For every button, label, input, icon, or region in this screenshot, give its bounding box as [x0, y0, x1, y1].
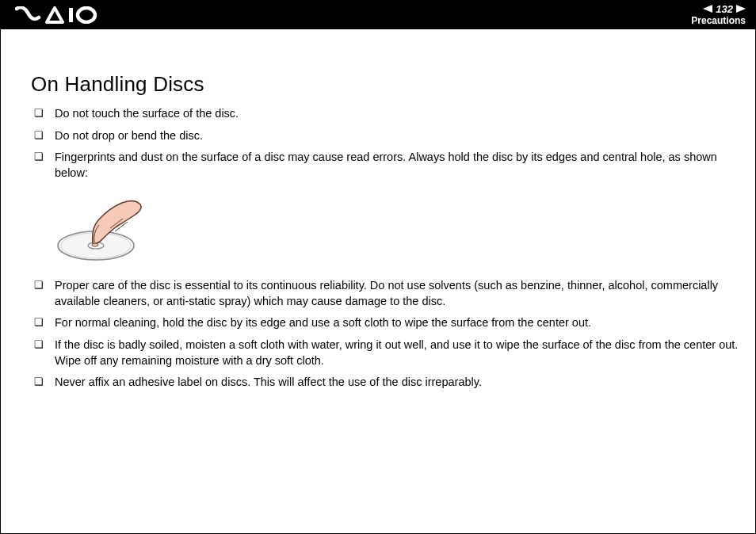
page-number-row: 132: [691, 4, 746, 15]
content: On Handling Discs Do not touch the surfa…: [31, 72, 741, 397]
prev-page-arrow-icon[interactable]: [703, 4, 712, 15]
list-item: If the disc is badly soiled, moisten a s…: [31, 338, 741, 368]
list-item: Never affix an adhesive label on discs. …: [31, 375, 741, 391]
svg-point-7: [92, 243, 98, 246]
vaio-logo-icon: [15, 6, 102, 24]
next-page-arrow-icon[interactable]: [736, 4, 746, 15]
list-item: For normal cleaning, hold the disc by it…: [31, 315, 741, 331]
page-title: On Handling Discs: [31, 72, 741, 97]
bullet-list-bottom: Proper care of the disc is essential to …: [31, 278, 741, 390]
disc-handling-illustration: [55, 189, 741, 267]
svg-marker-3: [736, 5, 746, 13]
list-item: Fingerprints and dust on the surface of …: [31, 150, 741, 181]
header-meta: 132 Precautions: [691, 4, 746, 26]
svg-rect-0: [69, 8, 73, 22]
page: 132 Precautions On Handling Discs Do not…: [0, 0, 756, 534]
list-item: Proper care of the disc is essential to …: [31, 278, 741, 309]
svg-marker-2: [703, 5, 712, 13]
list-item: Do not drop or bend the disc.: [31, 128, 741, 144]
section-label: Precautions: [691, 16, 746, 26]
page-number: 132: [716, 4, 733, 15]
bullet-list-top: Do not touch the surface of the disc. Do…: [31, 106, 741, 181]
svg-point-1: [78, 8, 95, 22]
list-item: Do not touch the surface of the disc.: [31, 106, 741, 122]
header-bar: 132 Precautions: [1, 1, 755, 29]
vaio-logo: [15, 6, 102, 24]
